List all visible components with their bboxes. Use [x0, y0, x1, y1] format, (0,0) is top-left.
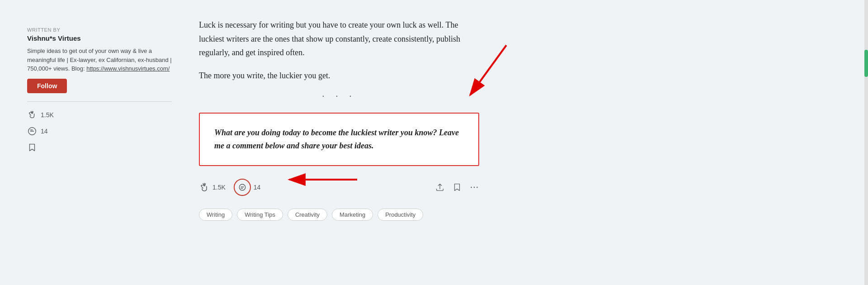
- sidebar-actions: 1.5K 14: [27, 110, 172, 152]
- main-content: Luck is necessary for writing but you ha…: [190, 0, 506, 285]
- tag-creativity[interactable]: Creativity: [288, 209, 327, 221]
- svg-point-1: [239, 184, 245, 190]
- tags-row: Writing Writing Tips Creativity Marketin…: [199, 209, 479, 221]
- svg-point-3: [474, 187, 475, 188]
- written-by-label: WRITTEN BY: [27, 27, 172, 33]
- tag-writing[interactable]: Writing: [199, 209, 232, 221]
- callout-text: What are you doing today to become the l…: [214, 126, 464, 152]
- scrollbar-thumb: [864, 50, 868, 77]
- comment-group[interactable]: 14: [234, 179, 261, 196]
- bookmark-icon-main[interactable]: [452, 182, 462, 192]
- sidebar-comment-count: 14: [41, 128, 48, 135]
- svg-point-2: [471, 187, 472, 188]
- more-icon[interactable]: [469, 182, 479, 192]
- author-name: Vishnu*s Virtues: [27, 34, 172, 42]
- action-bar-left: 1.5K 14: [199, 179, 260, 196]
- scrollbar-track[interactable]: [864, 0, 868, 285]
- clap-icon-main: [199, 182, 210, 193]
- comment-icon-sidebar: [27, 126, 37, 136]
- tag-marketing[interactable]: Marketing: [332, 209, 373, 221]
- clap-group[interactable]: 1.5K: [199, 182, 226, 193]
- sidebar-bookmark-action[interactable]: [27, 142, 172, 152]
- sidebar: WRITTEN BY Vishnu*s Virtues Simple ideas…: [0, 0, 190, 285]
- article-paragraph-2: The more you write, the luckier you get.: [199, 69, 479, 83]
- comment-circle: [234, 179, 251, 196]
- tag-writing-tips[interactable]: Writing Tips: [237, 209, 283, 221]
- sidebar-clap-action[interactable]: 1.5K: [27, 110, 172, 120]
- callout-box: What are you doing today to become the l…: [199, 113, 479, 166]
- sidebar-divider: [27, 101, 172, 102]
- comment-icon-main: [238, 183, 246, 191]
- comment-count-main: 14: [254, 184, 261, 191]
- share-icon[interactable]: [435, 182, 445, 192]
- clap-count-main: 1.5K: [212, 184, 226, 191]
- sidebar-clap-count: 1.5K: [41, 111, 54, 119]
- tag-productivity[interactable]: Productivity: [377, 209, 423, 221]
- follow-button[interactable]: Follow: [27, 79, 67, 93]
- author-blog-link[interactable]: https://www.vishnusvirtues.com/: [86, 65, 170, 72]
- action-bar-right: [435, 182, 479, 192]
- action-bar: 1.5K 14: [199, 179, 479, 196]
- article-paragraph-1: Luck is necessary for writing but you ha…: [199, 18, 479, 60]
- divider-dots: · · ·: [199, 91, 479, 102]
- clap-icon: [27, 110, 37, 120]
- sidebar-comment-action[interactable]: 14: [27, 126, 172, 136]
- svg-point-4: [476, 187, 478, 188]
- author-bio: Simple ideas to get out of your own way …: [27, 47, 172, 73]
- bookmark-icon-sidebar: [27, 142, 37, 152]
